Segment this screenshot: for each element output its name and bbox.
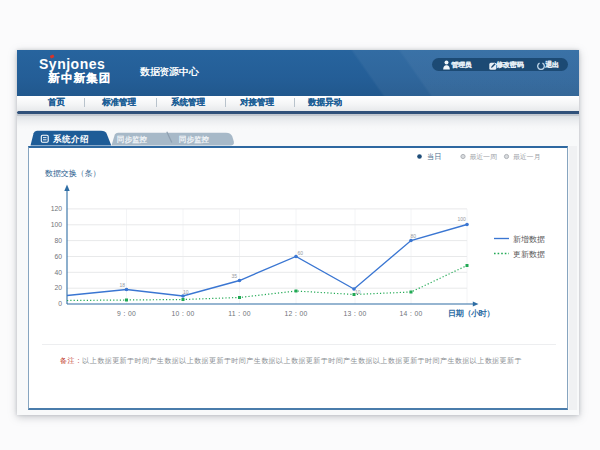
svg-text:14：00: 14：00 <box>400 310 423 317</box>
svg-text:11：00: 11：00 <box>228 310 250 317</box>
svg-text:80: 80 <box>411 233 417 239</box>
svg-text:18: 18 <box>120 282 126 288</box>
svg-text:10: 10 <box>183 289 189 295</box>
svg-text:系统介绍: 系统介绍 <box>52 134 89 144</box>
svg-text:新增数据: 新增数据 <box>513 235 545 244</box>
svg-text:日期（小时）: 日期（小时） <box>448 309 494 318</box>
svg-text:100: 100 <box>458 216 467 222</box>
svg-text:20: 20 <box>54 284 62 291</box>
svg-text:60: 60 <box>54 253 62 260</box>
svg-text:最近一周: 最近一周 <box>470 153 497 160</box>
svg-text:同步监控: 同步监控 <box>117 135 148 144</box>
svg-text:数据交换（条）: 数据交换（条） <box>45 169 100 178</box>
svg-text:35: 35 <box>232 273 238 279</box>
svg-text:9：00: 9：00 <box>117 310 136 317</box>
svg-text:备注：以上数据更新于时间产生数据以上数据更新于时间产生数据以: 备注：以上数据更新于时间产生数据以上数据更新于时间产生数据以上数据更新于时间产生… <box>60 356 522 365</box>
svg-text:0: 0 <box>58 300 62 307</box>
svg-text:100: 100 <box>51 221 63 228</box>
svg-text:60: 60 <box>298 250 304 256</box>
svg-text:同步监控: 同步监控 <box>179 135 210 144</box>
svg-text:更新数据: 更新数据 <box>513 250 545 259</box>
svg-text:12：00: 12：00 <box>285 310 308 317</box>
svg-text:10: 10 <box>355 289 361 295</box>
svg-text:10：00: 10：00 <box>172 310 195 317</box>
svg-text:13：00: 13：00 <box>344 310 367 317</box>
svg-text:最近一月: 最近一月 <box>513 153 540 161</box>
svg-text:120: 120 <box>51 205 63 212</box>
svg-text:当日: 当日 <box>427 152 442 161</box>
svg-text:40: 40 <box>54 269 62 276</box>
svg-text:80: 80 <box>54 237 62 244</box>
